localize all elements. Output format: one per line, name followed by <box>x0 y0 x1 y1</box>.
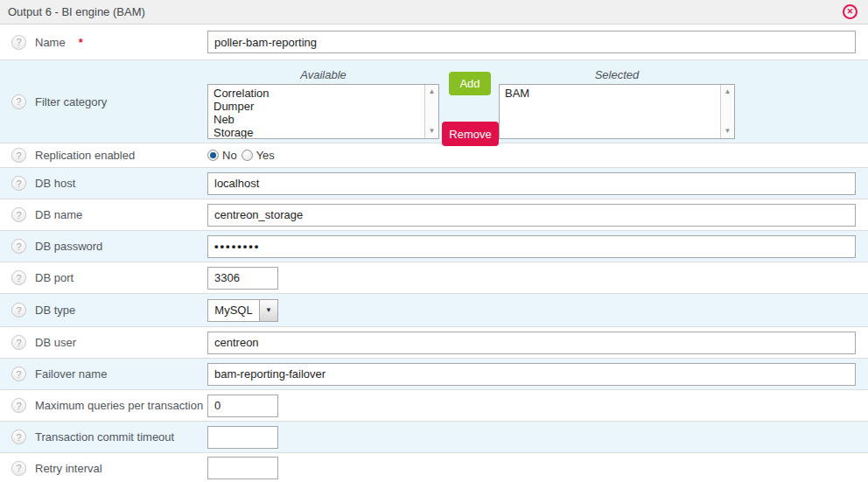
scrollbar[interactable]: ▲ ▼ <box>424 85 438 138</box>
db-name-label: DB name <box>35 208 82 221</box>
help-icon[interactable]: ? <box>11 398 26 413</box>
replication-yes-option[interactable]: Yes <box>242 149 275 162</box>
radio-no[interactable] <box>207 150 219 161</box>
db-password-input[interactable] <box>207 235 856 258</box>
available-header: Available <box>207 66 439 84</box>
db-port-input[interactable] <box>207 267 278 290</box>
name-label: Name <box>35 36 66 49</box>
list-item[interactable]: Neb <box>208 113 424 126</box>
row-name: ? Name * <box>0 24 868 59</box>
replication-label: Replication enabled <box>35 149 135 162</box>
selected-listbox[interactable]: BAM ▲ ▼ <box>499 84 735 139</box>
radio-no-label: No <box>222 149 237 162</box>
scroll-up-icon[interactable]: ▲ <box>425 88 438 95</box>
radio-yes-label: Yes <box>256 149 275 162</box>
help-icon[interactable]: ? <box>11 367 26 381</box>
help-icon[interactable]: ? <box>11 461 26 476</box>
chevron-down-icon[interactable]: ▼ <box>259 300 277 321</box>
row-retry-interval: ? Retry interval <box>0 452 868 482</box>
help-icon[interactable]: ? <box>11 430 26 444</box>
db-type-selected-value: MySQL <box>208 300 259 321</box>
selected-header: Selected <box>499 66 735 84</box>
scroll-down-icon[interactable]: ▼ <box>425 128 438 135</box>
help-icon[interactable]: ? <box>11 270 26 285</box>
replication-no-option[interactable]: No <box>207 149 237 162</box>
transaction-commit-timeout-input[interactable] <box>207 426 278 449</box>
help-icon[interactable]: ? <box>11 207 26 222</box>
row-transaction-commit-timeout: ? Transaction commit timeout <box>0 421 868 452</box>
retry-interval-label: Retry interval <box>35 462 102 475</box>
output-config-panel: Output 6 - BI engine (BAM) ✕ ? Name * ? … <box>0 0 868 482</box>
failover-name-label: Failover name <box>35 367 107 381</box>
list-item[interactable]: Correlation <box>208 87 424 100</box>
required-marker: * <box>79 36 83 49</box>
transaction-commit-timeout-label: Transaction commit timeout <box>35 430 174 444</box>
db-type-label: DB type <box>35 304 75 317</box>
db-host-label: DB host <box>35 177 75 190</box>
max-queries-input[interactable] <box>207 395 278 417</box>
help-icon[interactable]: ? <box>11 239 26 254</box>
row-db-port: ? DB port <box>0 262 868 293</box>
help-icon[interactable]: ? <box>11 176 26 191</box>
help-icon[interactable]: ? <box>11 94 26 109</box>
row-filter-category: ? Filter category Available Correlation … <box>0 59 868 143</box>
db-password-label: DB password <box>35 240 102 253</box>
db-user-input[interactable] <box>207 332 856 354</box>
row-db-type: ? DB type MySQL ▼ <box>0 293 868 326</box>
panel-title: Output 6 - BI engine (BAM) <box>8 5 145 18</box>
db-user-label: DB user <box>35 336 76 349</box>
add-button[interactable]: Add <box>449 72 491 95</box>
scroll-up-icon[interactable]: ▲ <box>721 88 734 95</box>
close-icon[interactable]: ✕ <box>843 4 858 19</box>
help-icon[interactable]: ? <box>11 148 26 163</box>
db-type-select[interactable]: MySQL ▼ <box>207 299 278 322</box>
name-input[interactable] <box>207 31 856 53</box>
row-max-queries: ? Maximum queries per transaction <box>0 389 868 421</box>
failover-name-input[interactable] <box>207 363 856 386</box>
scrollbar[interactable]: ▲ ▼ <box>720 85 734 138</box>
list-item[interactable]: Storage <box>208 126 424 139</box>
list-item[interactable]: Dumper <box>208 100 424 113</box>
remove-button[interactable]: Remove <box>442 122 499 146</box>
help-icon[interactable]: ? <box>11 335 26 350</box>
row-db-name: ? DB name <box>0 199 868 230</box>
max-queries-label: Maximum queries per transaction <box>35 399 203 412</box>
row-db-host: ? DB host <box>0 167 868 199</box>
list-item[interactable]: BAM <box>500 87 719 100</box>
db-host-input[interactable] <box>207 172 856 195</box>
filter-category-label: Filter category <box>35 95 107 108</box>
help-icon[interactable]: ? <box>11 303 26 318</box>
db-name-input[interactable] <box>207 204 856 227</box>
help-icon[interactable]: ? <box>11 35 26 50</box>
db-port-label: DB port <box>35 271 74 284</box>
row-db-password: ? DB password <box>0 230 868 262</box>
radio-yes[interactable] <box>242 150 253 161</box>
scroll-down-icon[interactable]: ▼ <box>721 128 734 135</box>
available-listbox[interactable]: Correlation Dumper Neb Storage ▲ ▼ <box>207 84 439 139</box>
retry-interval-input[interactable] <box>207 457 278 479</box>
row-db-user: ? DB user <box>0 326 868 358</box>
row-failover-name: ? Failover name <box>0 358 868 389</box>
panel-header: Output 6 - BI engine (BAM) ✕ <box>0 0 868 24</box>
